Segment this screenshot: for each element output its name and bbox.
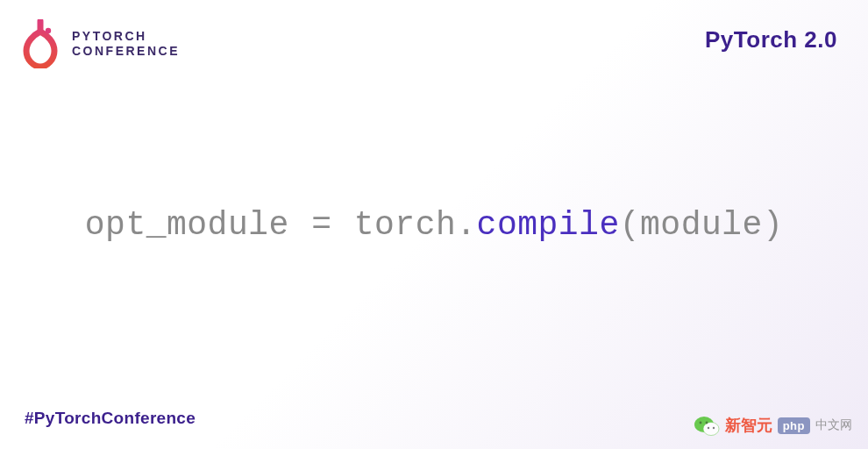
svg-point-4 (705, 422, 708, 424)
watermark-text-1: 新智元 (725, 415, 772, 436)
php-badge: php (778, 417, 810, 434)
conference-logo: PYTORCH CONFERENCE (19, 19, 180, 68)
code-object: torch (354, 206, 457, 244)
code-argument: module (640, 206, 763, 244)
logo-text-line1: PYTORCH (72, 29, 180, 45)
pytorch-flame-icon (19, 19, 61, 68)
svg-point-6 (712, 427, 714, 429)
code-dot: . (456, 206, 476, 244)
logo-text-line2: CONFERENCE (72, 44, 180, 60)
code-equals: = (289, 206, 354, 244)
slide-header: PYTORCH CONFERENCE PyTorch 2.0 (0, 0, 868, 68)
watermark-text-2: 中文网 (815, 417, 852, 433)
conference-logo-text: PYTORCH CONFERENCE (72, 29, 180, 60)
source-watermark: 新智元 php 中文网 (694, 414, 852, 437)
code-close-paren: ) (763, 206, 783, 244)
svg-point-5 (707, 427, 708, 429)
slide-title: PyTorch 2.0 (705, 19, 837, 53)
svg-point-2 (703, 423, 719, 436)
code-open-paren: ( (620, 206, 640, 244)
svg-point-3 (699, 422, 701, 424)
wechat-icon (694, 414, 720, 437)
svg-point-0 (46, 28, 51, 33)
code-method: compile (477, 206, 620, 244)
code-snippet: opt_module = torch.compile(module) (0, 206, 868, 244)
code-variable: opt_module (85, 206, 289, 244)
